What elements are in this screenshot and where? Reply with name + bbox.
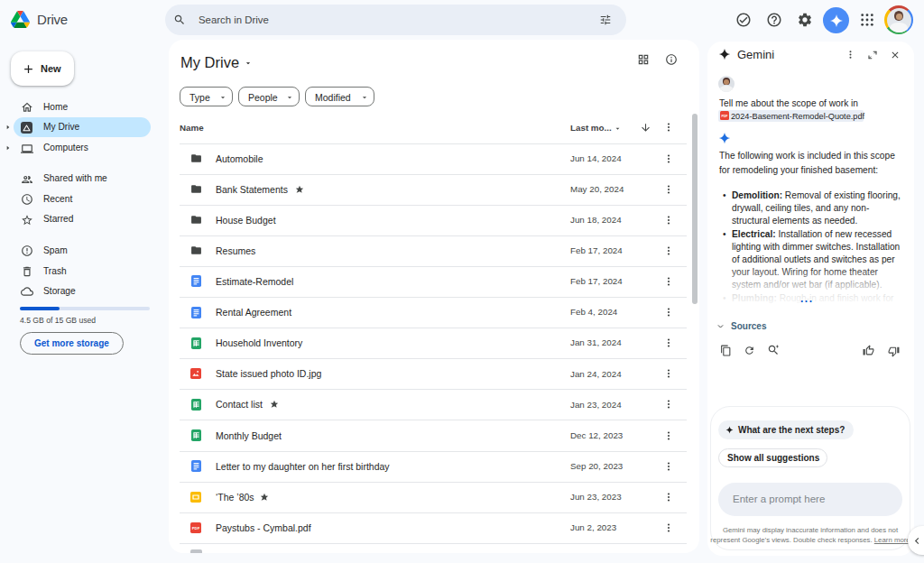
svg-text:PDF: PDF	[722, 115, 728, 118]
svg-text:PDF: PDF	[192, 526, 200, 531]
